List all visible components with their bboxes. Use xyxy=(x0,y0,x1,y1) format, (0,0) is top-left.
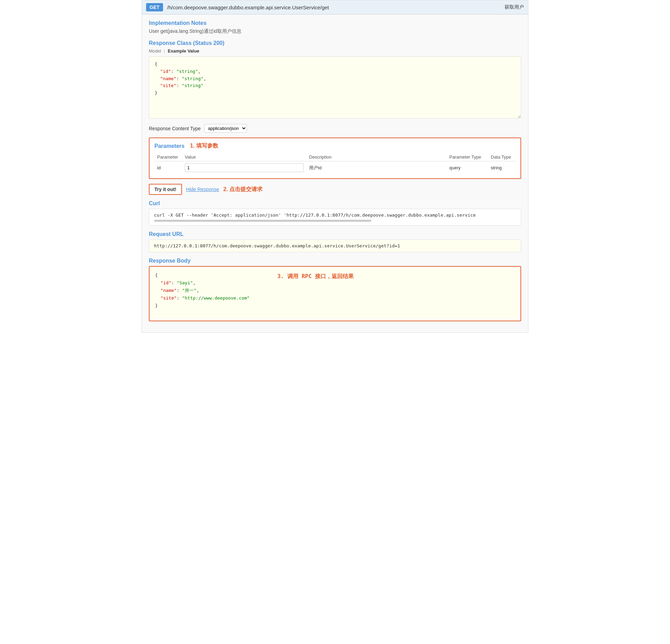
col-header-parameter: Parameter xyxy=(154,153,182,161)
request-url-title: Request URL xyxy=(149,231,521,237)
example-value-tab[interactable]: Example Value xyxy=(168,48,199,54)
hide-response-link[interactable]: Hide Response xyxy=(186,187,219,192)
content-type-label: Response Content Type xyxy=(149,126,201,131)
implementation-notes-description: User get(java.lang.String)通过id取用户信息 xyxy=(149,28,521,35)
content-type-row: Response Content Type application/json t… xyxy=(149,124,521,133)
param-type-id: query xyxy=(447,161,488,174)
response-body-section: Response Body { "id": "Sayi", "name": "卅… xyxy=(149,258,521,321)
param-name-id: id xyxy=(154,161,182,174)
param-value-cell xyxy=(182,161,306,174)
model-tab-separator: | xyxy=(164,48,165,54)
param-value-input[interactable] xyxy=(185,163,304,172)
content-type-select[interactable]: application/json text/plain application/… xyxy=(204,124,247,133)
method-badge: GET xyxy=(146,3,163,11)
request-url-section: Request URL http://127.0.0.1:8077/h/com.… xyxy=(149,231,521,252)
param-description-id: 用户id xyxy=(306,161,447,174)
params-table-header-row: Parameter Value Description Parameter Ty… xyxy=(154,153,516,161)
curl-section: Curl curl -X GET --header 'Accept: appli… xyxy=(149,200,521,226)
top-right-label: 获取用户 xyxy=(505,4,524,10)
col-header-value: Value xyxy=(182,153,306,161)
implementation-notes-title: Implementation Notes xyxy=(149,20,521,26)
curl-box: curl -X GET --header 'Accept: applicatio… xyxy=(149,209,521,226)
parameters-table: Parameter Value Description Parameter Ty… xyxy=(154,153,516,174)
implementation-notes-section: Implementation Notes User get(java.lang.… xyxy=(149,20,521,35)
col-header-description: Description xyxy=(306,153,447,161)
annotation-submit-request: 2. 点击提交请求 xyxy=(223,186,263,193)
response-body-title: Response Body xyxy=(149,258,521,264)
col-header-parameter-type: Parameter Type xyxy=(447,153,488,161)
response-body-box: { "id": "Sayi", "name": "卅一", "site": "h… xyxy=(149,266,521,321)
request-url-box: http://127.0.0.1:8077/h/com.deepoove.swa… xyxy=(149,239,521,252)
content-body: Implementation Notes User get(java.lang.… xyxy=(142,15,528,332)
header-bar: GET /h/com.deepoove.swagger.dubbo.exampl… xyxy=(142,0,528,15)
param-data-type-id: string xyxy=(488,161,516,174)
col-header-data-type: Data Type xyxy=(488,153,516,161)
annotation-fill-params: 1. 填写参数 xyxy=(190,142,218,150)
curl-title: Curl xyxy=(149,200,521,207)
endpoint-path: /h/com.deepoove.swagger.dubbo.example.ap… xyxy=(167,4,500,10)
table-row: id 用户id query string xyxy=(154,161,516,174)
curl-command: curl -X GET --header 'Accept: applicatio… xyxy=(154,212,476,218)
response-class-title: Response Class (Status 200) xyxy=(149,40,521,46)
response-json: { "id": "Sayi", "name": "卅一", "site": "h… xyxy=(155,272,250,310)
try-row: Try it out! Hide Response 2. 点击提交请求 xyxy=(149,184,521,195)
page-wrapper: GET /h/com.deepoove.swagger.dubbo.exampl… xyxy=(142,0,528,333)
model-tabs: Model | Example Value xyxy=(149,48,521,54)
annotation-rpc-result: 3. 调用 RPC 接口，返回结果 xyxy=(264,272,354,281)
parameters-header: Parameters 1. 填写参数 xyxy=(154,142,516,150)
parameters-section: Parameters 1. 填写参数 Parameter Value Descr… xyxy=(149,138,521,179)
response-body-inner: { "id": "Sayi", "name": "卅一", "site": "h… xyxy=(155,272,515,310)
curl-scrollbar[interactable] xyxy=(154,220,371,222)
model-tab[interactable]: Model xyxy=(149,48,161,54)
response-model-code-box: { "id": "string", "name": "string", "sit… xyxy=(149,56,521,119)
response-class-section: Response Class (Status 200) Model | Exam… xyxy=(149,40,521,119)
try-it-out-button[interactable]: Try it out! xyxy=(149,184,182,195)
parameters-title: Parameters xyxy=(154,143,184,149)
